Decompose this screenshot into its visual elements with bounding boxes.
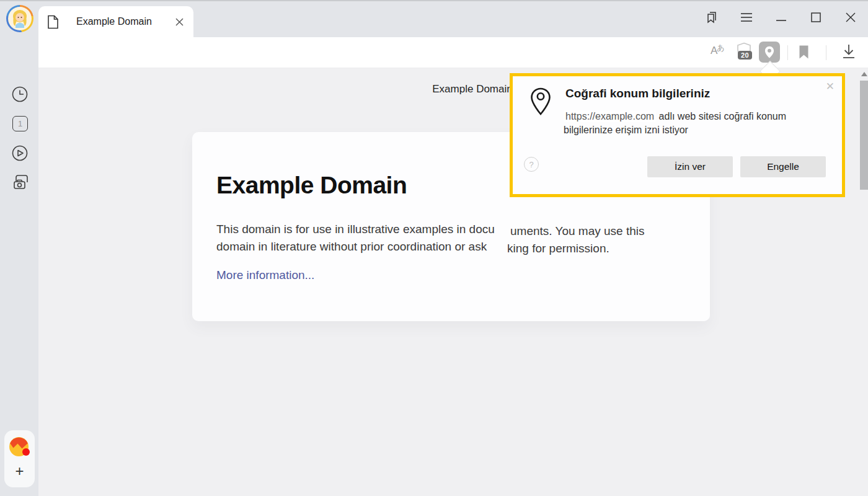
popup-title: Coğrafi konum bilgileriniz	[565, 87, 710, 100]
plus-icon: +	[15, 463, 24, 479]
blocked-count-badge: 20	[738, 51, 752, 60]
scrollbar-up-arrow[interactable]	[861, 72, 867, 76]
add-panel-icon[interactable]: +	[4, 463, 35, 480]
content-paragraph-line1: This domain is for use in illustrative e…	[216, 223, 495, 236]
stitch-offset-region: uments. You may use this king for permis…	[507, 195, 710, 321]
content-paragraph-line2: domain in literature without prior coord…	[216, 240, 487, 254]
sidebar-dock: +	[4, 430, 35, 487]
content-paragraph-line2-cont: king for permission.	[507, 242, 609, 255]
content-paragraph-line1-cont: uments. You may use this	[510, 224, 645, 238]
menu-icon[interactable]	[729, 7, 764, 27]
popup-close-icon[interactable]: ✕	[826, 80, 835, 93]
window-top-border	[0, 0, 868, 1]
scrollbar	[860, 69, 868, 496]
browser-window: Example Domain + 1	[0, 0, 868, 496]
geolocation-permission-icon[interactable]	[759, 42, 780, 63]
scrollbar-thumb[interactable]	[860, 81, 868, 190]
more-information-link[interactable]: More information...	[216, 268, 314, 282]
geolocation-permission-popup: Coğrafi konum bilgileriniz https://examp…	[510, 73, 845, 197]
page-document-icon	[47, 15, 59, 29]
popup-message: https://example.com adlı web sitesi coğr…	[564, 110, 794, 137]
window-controls	[694, 6, 868, 29]
protect-shield-icon[interactable]: 20	[737, 42, 756, 62]
tab-count-value: 1	[18, 119, 22, 128]
video-play-icon[interactable]	[12, 145, 28, 161]
content-heading: Example Domain	[216, 172, 407, 199]
translate-icon[interactable]: Aあ	[711, 45, 729, 57]
minimize-button[interactable]	[764, 7, 799, 27]
side-panel-icon[interactable]	[694, 7, 729, 27]
app-logo-icon[interactable]	[8, 435, 31, 458]
tab-close-icon[interactable]	[174, 16, 185, 27]
sidebar: 1 +	[0, 37, 38, 496]
browser-tab[interactable]: Example Domain	[38, 6, 193, 37]
toolbar-divider	[787, 45, 788, 60]
download-icon[interactable]	[842, 44, 856, 60]
avatar-image	[8, 7, 32, 30]
screenshot-icon[interactable]	[12, 174, 28, 190]
maximize-button[interactable]	[799, 7, 833, 27]
help-icon[interactable]: ?	[524, 157, 539, 172]
popup-origin-url: https://example.com	[564, 110, 656, 122]
location-pin-icon	[530, 87, 551, 116]
close-button[interactable]	[833, 7, 868, 27]
translate-kana: あ	[717, 43, 724, 52]
allow-button[interactable]: İzin ver	[647, 156, 733, 177]
toolbar-divider	[826, 45, 826, 60]
tab-counter-icon[interactable]: 1	[12, 116, 28, 131]
profile-avatar[interactable]	[6, 5, 33, 32]
tab-title: Example Domain	[76, 16, 174, 27]
history-icon[interactable]	[12, 86, 28, 102]
block-button[interactable]: Engelle	[740, 156, 826, 177]
bookmark-flag-icon[interactable]	[799, 45, 809, 60]
